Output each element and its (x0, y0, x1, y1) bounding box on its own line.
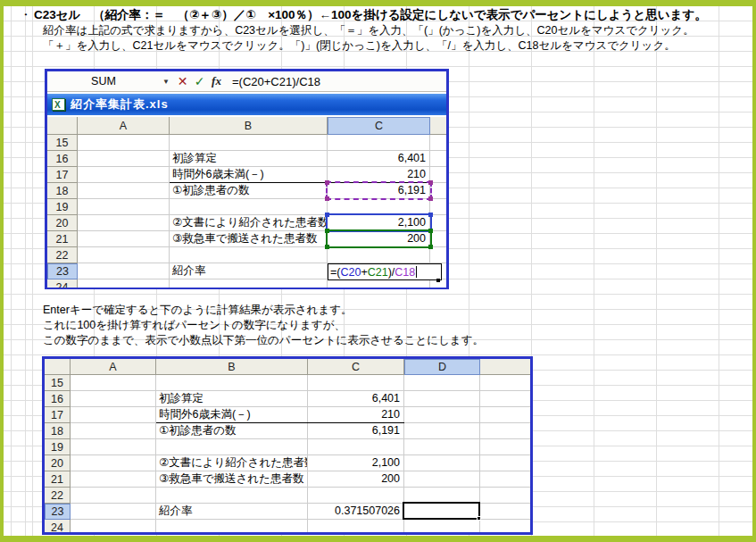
row-header: 16 (45, 391, 71, 407)
cell: 200 (308, 471, 404, 488)
cell: ①初診患者の数 (170, 183, 328, 199)
cell (308, 520, 404, 532)
formula-part: + (361, 266, 367, 279)
cell (71, 520, 156, 532)
corner-header (45, 359, 71, 375)
cell: ②文書により紹介された患者数 (156, 455, 308, 471)
cell (404, 455, 480, 471)
cell: 時間外6歳未満(－) (170, 167, 328, 183)
row-header: 24 (45, 520, 71, 532)
cell (78, 263, 170, 279)
page-border-right (752, 0, 756, 542)
column-header-row: A B C D (45, 359, 530, 375)
cell (71, 439, 156, 455)
cell (71, 391, 156, 407)
cell (480, 423, 530, 439)
cell (404, 423, 480, 439)
screenshot-result[interactable]: A B C D 15 16初診算定6,401 17時間外6歳未満(－)210 1… (42, 356, 533, 535)
gridline (11, 0, 12, 542)
selection-border-d23 (403, 502, 480, 520)
corner-header (47, 117, 78, 135)
cell: ①初診患者の数 (156, 423, 308, 439)
cell: ③救急車で搬送された患者数 (170, 231, 328, 247)
cell: 210 (308, 407, 404, 423)
cell (480, 455, 530, 471)
page-border-bottom (0, 536, 756, 542)
reference-border-c21 (326, 229, 432, 248)
edit-cell-handle (436, 279, 440, 282)
cell (480, 471, 530, 488)
cell (480, 504, 530, 520)
column-header-e-sliver (480, 359, 530, 375)
table-row: 22 (47, 247, 446, 263)
column-header-b: B (170, 117, 328, 135)
cell (156, 439, 308, 455)
cell (156, 375, 308, 391)
window-title: 紹介率集計表.xls (71, 96, 169, 113)
cell (71, 407, 156, 423)
cell (78, 279, 170, 288)
cell (71, 375, 156, 391)
cell-c23-result: 0.371507026 (308, 504, 404, 520)
cell (480, 375, 530, 391)
name-box-dropdown-icon[interactable]: ▼ (158, 78, 174, 86)
formula-ref-c20: C20 (340, 266, 361, 279)
insert-function-icon[interactable]: fx (208, 74, 225, 88)
cell (308, 375, 404, 391)
name-box[interactable]: SUM (49, 73, 158, 90)
middle-line-2: これに100を掛け算すればパーセントの数字になりますが、 (43, 318, 345, 333)
edit-cell-c23[interactable]: =(C20+C21)/C18 (328, 263, 442, 280)
intro-line-2: 「＋」を入力し、C21セルをマウスでクリック。「)」(閉じかっこ)を入力し、「/… (43, 38, 676, 54)
cell (71, 471, 156, 488)
row-header-23-selected: 23 (45, 504, 71, 520)
row-header: 20 (47, 215, 78, 231)
cell (404, 520, 480, 532)
row-header: 20 (45, 455, 71, 471)
excel-icon (52, 98, 65, 111)
row-header: 18 (47, 183, 78, 199)
cell (430, 135, 446, 151)
cell (170, 135, 328, 151)
cell (430, 247, 446, 263)
cell (404, 407, 480, 423)
row-header: 16 (47, 151, 78, 167)
column-header-d-sliver (430, 117, 446, 135)
table-row: 15 (47, 135, 446, 151)
cell (71, 488, 156, 504)
cell: 初診算定 (170, 151, 328, 167)
formula-input[interactable]: =(C20+C21)/C18 (232, 75, 320, 88)
table-row: 21③救急車で搬送された患者数200 (45, 471, 530, 488)
cell (71, 423, 156, 439)
cell: 紹介率 (170, 263, 328, 279)
cell (404, 391, 480, 407)
cancel-icon[interactable]: ✕ (174, 74, 191, 88)
screenshot-formula-entry[interactable]: SUM ▼ ✕ ✓ fx =(C20+C21)/C18 紹介率集計表.xls A… (45, 69, 449, 289)
column-header-a: A (78, 117, 170, 135)
middle-line-3: この数字のままで、表示で小数点以下第一位のパーセントに表示させることにします。 (43, 333, 484, 348)
column-header-a: A (71, 359, 156, 375)
worksheet-page: ・C23セル （紹介率：＝ （②＋③）／① ×100％）←100を掛ける設定にし… (0, 0, 756, 542)
formula-part: =( (330, 266, 340, 279)
table-row: 24 (45, 520, 530, 532)
cell (156, 520, 308, 532)
column-header-c-selected: C (328, 117, 430, 135)
page-border-top (0, 0, 756, 6)
row-header: 21 (45, 471, 71, 488)
page-title: ・C23セル （紹介率：＝ （②＋③）／① ×100％）←100を掛ける設定にし… (20, 7, 707, 23)
cell (404, 471, 480, 488)
middle-line-1: Enterキーで確定すると下のように計算結果が表示されます。 (43, 303, 352, 318)
cell (328, 279, 430, 288)
enter-icon[interactable]: ✓ (191, 74, 208, 88)
cell (404, 375, 480, 391)
row-header: 24 (47, 279, 78, 288)
fill-handle[interactable] (477, 516, 481, 521)
cell: ②文書により紹介された患者数 (170, 215, 328, 231)
formula-ref-c18: C18 (395, 266, 415, 279)
cell (480, 488, 530, 504)
cell (328, 135, 430, 151)
column-header-d-selected: D (404, 359, 480, 375)
cell (170, 247, 328, 263)
page-title-text: C23セル （紹介率：＝ （②＋③）／① ×100％）←100を掛ける設定にしな… (34, 8, 707, 21)
cell (480, 391, 530, 407)
reference-border-c18 (326, 181, 432, 200)
